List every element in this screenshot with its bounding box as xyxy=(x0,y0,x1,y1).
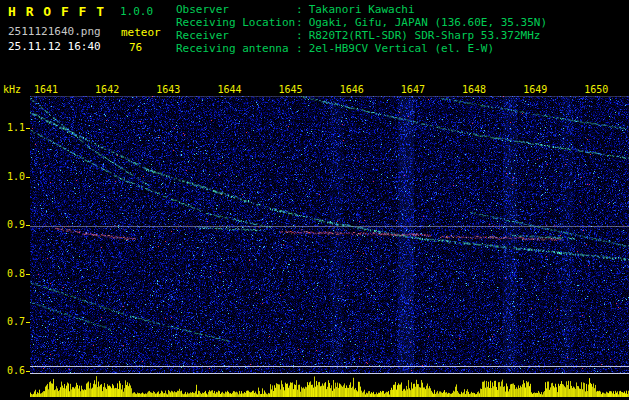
level-bars-canvas xyxy=(30,375,629,397)
time-tick-label: 1648 xyxy=(462,84,486,95)
time-tick-label: 1646 xyxy=(340,84,364,95)
freq-tick-label: 0.6 xyxy=(7,365,25,376)
freq-tick-label: 1.0 xyxy=(7,171,25,182)
hrofft-output: H R O F F T 1.0.0 2511121640.png meteor … xyxy=(0,0,629,400)
time-tick-label: 1645 xyxy=(279,84,303,95)
time-tick-label: 1650 xyxy=(584,84,608,95)
freq-tick-label: 0.7 xyxy=(7,316,25,327)
time-tick-label: 1643 xyxy=(156,84,180,95)
freq-tick-label: 0.8 xyxy=(7,268,25,279)
freq-tick-label: 0.9 xyxy=(7,219,25,230)
time-tick-label: 1649 xyxy=(523,84,547,95)
time-axis: 1641164216431644164516461647164816491650 xyxy=(0,0,629,96)
time-tick-label: 1642 xyxy=(95,84,119,95)
time-tick-label: 1647 xyxy=(401,84,425,95)
time-tick-label: 1644 xyxy=(217,84,241,95)
time-tick-label: 1641 xyxy=(34,84,58,95)
spectrogram-canvas xyxy=(30,96,629,374)
freq-tick-label: 1.1 xyxy=(7,122,25,133)
